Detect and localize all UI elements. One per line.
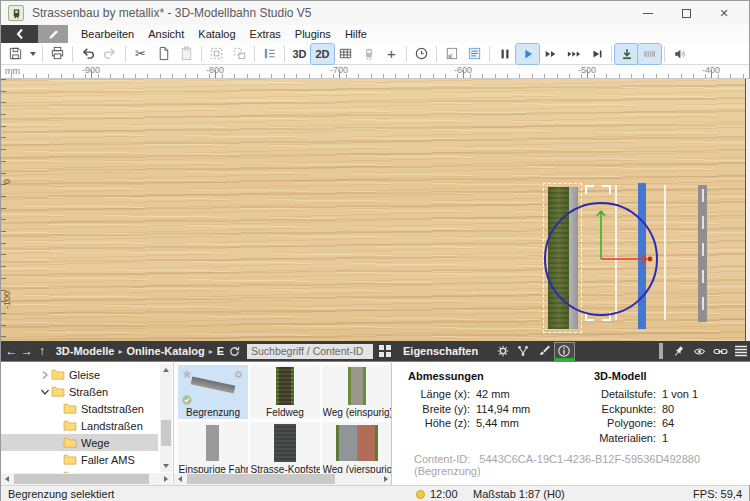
scroll-up-arrow[interactable] (160, 364, 172, 376)
breadcrumb-current[interactable]: E (215, 345, 226, 357)
refresh-button[interactable] (228, 345, 241, 358)
breadcrumb-3d-modelle[interactable]: 3D-Modelle (54, 345, 117, 357)
road-piece-dashed[interactable] (698, 185, 707, 322)
paste-button[interactable] (175, 44, 198, 64)
close-button[interactable]: ✕ (705, 1, 743, 25)
pin-panel-button[interactable] (669, 342, 690, 360)
view-2d-button[interactable]: 2D (311, 44, 334, 64)
scroll-right-arrow[interactable] (380, 473, 391, 485)
menu-katalog[interactable]: Katalog (191, 28, 242, 40)
panel-splitter[interactable] (659, 343, 663, 359)
menu-plugins[interactable]: Plugins (288, 28, 338, 40)
event-window-button[interactable] (440, 44, 463, 64)
ungroup-button[interactable] (228, 44, 251, 64)
scroll-right-arrow[interactable] (160, 473, 172, 485)
scroll-left-arrow[interactable] (1, 473, 13, 485)
catalog-item-feldweg[interactable]: Feldweg (250, 365, 320, 419)
catalog-item-weg-einspurig[interactable]: Weg (einspurig) (322, 365, 391, 419)
add-button[interactable]: + (380, 44, 403, 64)
catalog-item-weg-vierspurig[interactable]: Weg (vierspurig) (322, 422, 391, 476)
einspurige-fahrbahn-thumbnail (206, 425, 219, 461)
tree-horizontal-scrollbar[interactable] (1, 473, 172, 485)
road-piece-line[interactable] (615, 185, 617, 320)
undo-button[interactable] (76, 44, 99, 64)
breadcrumb-separator-icon: ▸ (116, 347, 124, 356)
tree-item-stadtstrassen[interactable]: Stadtstraßen (1, 400, 158, 417)
tree-item-landstrassen[interactable]: Landstraßen (1, 417, 158, 434)
description-panel-button[interactable] (463, 44, 486, 64)
copy-button[interactable] (152, 44, 175, 64)
catalog-up-button[interactable]: ↑ (34, 344, 49, 358)
menu-extras[interactable]: Extras (243, 28, 288, 40)
catalog-item-einspurige-fahrbahn[interactable]: Einspurige Fahrb... (178, 422, 248, 476)
sound-button[interactable] (668, 44, 691, 64)
tree-item-wege[interactable]: Wege (1, 434, 158, 451)
road-piece-begrenzung[interactable] (548, 187, 578, 329)
maximize-button[interactable] (667, 1, 705, 25)
minimize-button[interactable] (629, 1, 667, 25)
scrollbar-thumb[interactable] (187, 474, 335, 484)
menu-ansicht[interactable]: Ansicht (141, 28, 191, 40)
redo-button[interactable] (99, 44, 122, 64)
view-3d-button[interactable]: 3D (288, 44, 311, 64)
catalog-forward-button[interactable]: → (19, 344, 34, 358)
gizmo-x-handle[interactable] (648, 257, 653, 262)
scroll-down-arrow[interactable] (160, 460, 172, 472)
pushpin-icon (670, 342, 688, 360)
menu-bearbeiten[interactable]: Bearbeiten (74, 28, 141, 40)
pause-button[interactable] (493, 44, 516, 64)
search-input[interactable] (247, 344, 373, 359)
save-dropdown-button[interactable] (27, 44, 39, 64)
grid-toggle-button[interactable] (334, 44, 357, 64)
panel-menu-button[interactable] (730, 342, 750, 360)
tree-item-gleise[interactable]: Gleise (1, 366, 158, 383)
print-button[interactable] (46, 44, 69, 64)
toolbar-separator (406, 46, 407, 62)
paint-tab-button[interactable] (533, 342, 554, 360)
scroll-left-arrow[interactable] (174, 473, 186, 485)
scrollbar-thumb[interactable] (14, 474, 149, 484)
edit-mode-button[interactable] (38, 25, 68, 43)
group-button[interactable] (205, 44, 228, 64)
printer-icon (50, 46, 65, 61)
link-button[interactable] (710, 342, 731, 360)
catalog-back-button[interactable]: ← (4, 344, 19, 358)
road-piece-line[interactable] (664, 185, 666, 320)
expander-collapsed-icon[interactable] (39, 370, 51, 380)
snap-to-track-button[interactable] (638, 44, 661, 64)
catalog-item-begrenzung[interactable]: Begrenzung (178, 365, 248, 419)
catalog-item-strasse-kopfstein[interactable]: Strasse-Kopfstein... (250, 422, 320, 476)
train-mode-button[interactable] (357, 44, 380, 64)
settings-tab-button[interactable] (492, 342, 513, 360)
tree-vertical-scrollbar[interactable] (160, 364, 172, 472)
save-button[interactable] (4, 44, 27, 64)
breadcrumb-online-katalog[interactable]: Online-Katalog (124, 345, 206, 357)
status-bar: Begrenzung selektiert 12:00 Maßstab 1:87… (1, 485, 749, 501)
clock-button[interactable] (410, 44, 433, 64)
tree-item-faller-ams[interactable]: Faller AMS (1, 451, 158, 468)
cut-button[interactable]: ✂ (129, 44, 152, 64)
catalog-items: Begrenzung Feldweg Weg (einspurig) Einsp… (173, 361, 391, 485)
menu-hilfe[interactable]: Hilfe (338, 28, 374, 40)
fast-forward-button[interactable] (539, 44, 562, 64)
snap-to-ground-button[interactable] (615, 44, 638, 64)
scrollbar-thumb[interactable] (161, 420, 171, 446)
folder-icon (51, 369, 65, 380)
layer-list-button[interactable] (258, 44, 281, 64)
fastest-forward-button[interactable] (562, 44, 585, 64)
settings-gear-icon[interactable] (233, 369, 244, 380)
skip-to-end-button[interactable] (585, 44, 608, 64)
visibility-button[interactable] (689, 342, 710, 360)
tree-item-strassen[interactable]: Straßen (1, 383, 158, 400)
canvas-viewport[interactable]: 0 -100 (1, 79, 745, 341)
view-mode-icon[interactable] (379, 345, 391, 358)
road-piece-blue[interactable] (638, 183, 646, 329)
play-button[interactable] (516, 44, 539, 64)
pause-icon (498, 47, 512, 61)
info-tab-button[interactable] (554, 342, 575, 360)
animation-tab-button[interactable] (513, 342, 534, 360)
status-fps: FPS: 59,4 (693, 488, 742, 500)
nav-back-button[interactable] (1, 25, 38, 43)
items-horizontal-scrollbar[interactable] (174, 473, 391, 485)
expander-expanded-icon[interactable] (39, 388, 51, 396)
